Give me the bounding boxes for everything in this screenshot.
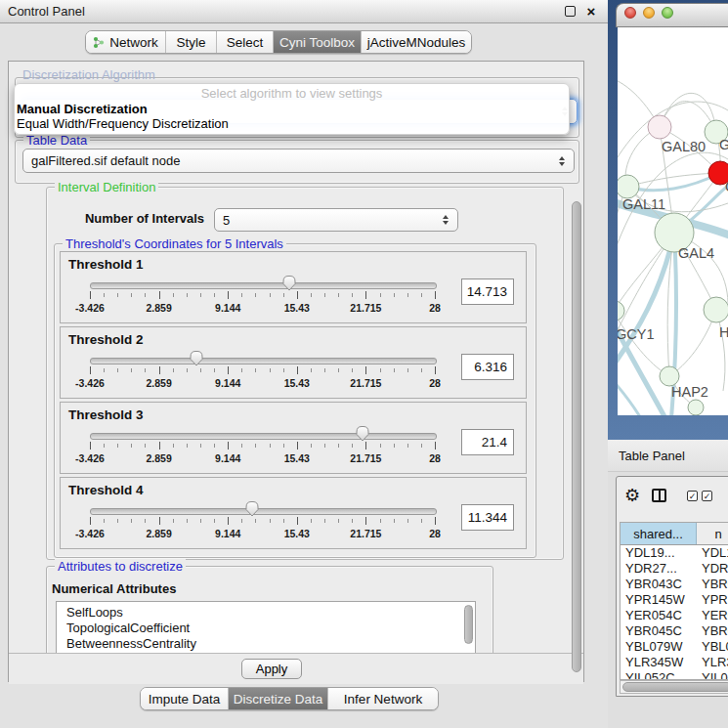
table-row[interactable]: YBL079WYBL0: [621, 639, 728, 655]
split-columns-icon[interactable]: [652, 489, 666, 502]
right-panel: GAL80 GA C GAL11 GAL4 GCY1 H HAP2 Table …: [608, 0, 728, 728]
tab-network[interactable]: Network: [86, 31, 166, 53]
main-scrollbar[interactable]: [572, 201, 581, 672]
table-data-title: Table Data: [23, 133, 90, 148]
combo-stepper-icon: [443, 215, 449, 225]
dropdown-option-equal-width[interactable]: Equal Width/Frequency Discretization: [15, 116, 569, 131]
discretization-algorithm-title: Discretization Algorithm: [22, 67, 155, 82]
table-data-select[interactable]: galFiltered.sif default node: [22, 149, 575, 173]
table-row[interactable]: YBR045CYBR0: [621, 623, 728, 639]
threshold-label: Threshold 4: [68, 483, 144, 497]
slider-track[interactable]: [90, 358, 437, 364]
tab-style[interactable]: Style: [166, 31, 217, 53]
threshold-label: Threshold 3: [68, 407, 144, 422]
slider-thumb[interactable]: [280, 275, 298, 291]
table-row[interactable]: YBR043CYBR0: [621, 577, 728, 592]
tab-impute-data[interactable]: Impute Data: [141, 688, 229, 709]
gear-icon[interactable]: ⚙: [624, 487, 640, 504]
threshold-value-field[interactable]: 11.344: [461, 504, 514, 531]
table-row[interactable]: YDL19...YDL1: [621, 545, 728, 561]
table-row[interactable]: YPR145WYPR1: [621, 592, 728, 608]
threshold-box: Threshold 3 -3.4262.8599.14415.4321.7152…: [60, 402, 527, 474]
node-label: GAL80: [662, 139, 706, 154]
attributes-group-title: Attributes to discretize: [55, 559, 186, 574]
control-panel-titlebar: Control Panel ×: [0, 0, 608, 23]
screen: Control Panel × Network Style Select Cyn…: [0, 0, 728, 728]
combo-stepper-icon: [559, 156, 565, 166]
column-header-name[interactable]: n: [697, 523, 728, 544]
close-button[interactable]: [624, 7, 636, 19]
threshold-box: Threshold 2 -3.4262.8599.14415.4321.7152…: [60, 326, 527, 399]
tab-discretize-data[interactable]: Discretize Data: [229, 688, 328, 709]
checked-checkbox-icon[interactable]: ✓: [702, 491, 712, 501]
close-icon[interactable]: ×: [582, 3, 600, 21]
node[interactable]: [688, 400, 704, 415]
node-label: GAL4: [678, 245, 714, 261]
network-canvas[interactable]: GAL80 GA C GAL11 GAL4 GCY1 H HAP2: [618, 27, 728, 415]
threshold-value-field[interactable]: 14.713: [461, 278, 514, 305]
number-of-intervals-select[interactable]: 5: [214, 208, 458, 232]
attributes-list-scrollbar[interactable]: [464, 605, 473, 644]
attribute-list-item[interactable]: BetweennessCentrality: [57, 636, 475, 652]
table-row[interactable]: YIL052CYIL0: [621, 670, 728, 680]
table-row[interactable]: YLR345WYLR3: [621, 655, 728, 670]
node-label: GAL11: [622, 196, 665, 212]
table-horizontal-scrollbar[interactable]: [620, 680, 728, 694]
tab-cyni-toolbox[interactable]: Cyni Toolbox: [274, 31, 362, 53]
table-browser-window: ⚙ ✓ ✓ shared... n YDL19...YDL1YDR27...YD…: [616, 476, 728, 697]
table-row[interactable]: YER054CYER0: [621, 608, 728, 623]
slider-track[interactable]: [90, 508, 437, 515]
numerical-attributes-label: Numerical Attributes: [52, 581, 176, 596]
network-graph: GAL80 GA C GAL11 GAL4 GCY1 H HAP2: [618, 27, 728, 415]
bottom-tab-strip: Impute Data Discretize Data Infer Networ…: [140, 687, 439, 710]
table-header-row: shared... n: [621, 523, 728, 545]
node-pink[interactable]: [648, 115, 671, 139]
float-icon[interactable]: [561, 3, 578, 21]
network-window-frame: GAL80 GA C GAL11 GAL4 GCY1 H HAP2: [608, 0, 728, 440]
threshold-box: Threshold 1 -3.4262.8599.14415.4321.7152…: [60, 251, 527, 323]
attribute-list-item[interactable]: TopologicalCoefficient: [57, 621, 475, 636]
node-label: GCY1: [618, 326, 655, 342]
nodes: [618, 115, 728, 415]
node[interactable]: [704, 297, 728, 322]
minimize-button[interactable]: [643, 7, 655, 19]
node-label: H: [719, 324, 728, 340]
thresholds-group-title: Threshold's Coordinates for 5 Intervals: [63, 236, 286, 251]
slider-thumb[interactable]: [354, 425, 371, 442]
apply-button[interactable]: Apply: [241, 659, 302, 679]
node-table: shared... n YDL19...YDL1YDR27...YDR2YBR0…: [620, 522, 728, 680]
threshold-box: Threshold 4 -3.4262.8599.14415.4321.7152…: [60, 477, 527, 549]
zoom-button[interactable]: [662, 7, 673, 19]
dropdown-hint: Select algorithm to view settings: [15, 86, 569, 102]
threshold-value-field[interactable]: 21.4: [461, 429, 514, 455]
threshold-label: Threshold 2: [68, 332, 144, 347]
number-of-intervals-label: Number of Intervals: [67, 211, 204, 226]
algorithm-dropdown-popup: Select algorithm to view settings Manual…: [14, 83, 570, 135]
column-header-shared-name[interactable]: shared...: [621, 523, 697, 544]
table-row[interactable]: YDR27...YDR2: [621, 561, 728, 577]
apply-bar: Apply: [9, 653, 583, 684]
node-label: HAP2: [671, 384, 708, 400]
checked-checkbox-icon[interactable]: ✓: [687, 491, 698, 501]
cyni-toolbox-panel: Discretization Algorithm Select algorith…: [8, 61, 584, 682]
control-panel-window: Control Panel × Network Style Select Cyn…: [0, 0, 608, 728]
interval-definition-title: Interval Definition: [55, 180, 158, 194]
threshold-label: Threshold 1: [68, 257, 144, 272]
slider-thumb[interactable]: [188, 350, 205, 366]
number-of-intervals-value: 5: [223, 213, 230, 228]
slider-track[interactable]: [90, 433, 437, 440]
tab-infer-network[interactable]: Infer Network: [328, 688, 438, 709]
threshold-value-field[interactable]: 6.316: [461, 354, 514, 380]
tab-select[interactable]: Select: [217, 31, 274, 53]
node-label: GA: [719, 137, 728, 152]
panel-title: Control Panel: [8, 4, 557, 19]
node-gal11[interactable]: [618, 175, 639, 198]
attribute-list-item[interactable]: SelfLoops: [57, 605, 475, 621]
node-hap2[interactable]: [660, 366, 679, 386]
scrollbar-thumb[interactable]: [622, 682, 728, 692]
tab-jactivemnodules[interactable]: jActiveMNodules: [362, 31, 471, 53]
dropdown-option-manual[interactable]: Manual Discretization: [15, 102, 569, 116]
slider-thumb[interactable]: [243, 500, 261, 517]
network-tab-icon: [93, 36, 105, 49]
slider-track[interactable]: [90, 282, 437, 289]
